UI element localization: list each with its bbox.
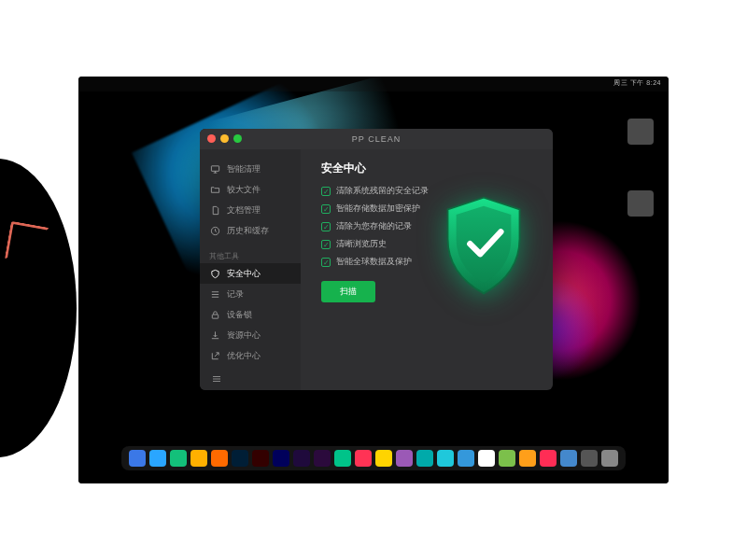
minimize-icon[interactable] [220, 134, 229, 143]
dock-app-icon[interactable] [396, 450, 413, 467]
dock-app-icon[interactable] [601, 450, 618, 467]
desktop-folder-icon[interactable] [627, 190, 654, 217]
sidebar-item-resources[interactable]: 资源中心 [200, 325, 301, 345]
sidebar-item-label: 历史和缓存 [227, 227, 269, 235]
sidebar-item-history[interactable]: 历史和缓存 [200, 220, 301, 241]
dock-app-icon[interactable] [519, 450, 536, 467]
dock-app-icon[interactable] [149, 450, 166, 467]
monitor-screen: 周三 下午 8:24 PP CLEAN 智能清理 较大文件 [78, 77, 669, 483]
sidebar-item-device-lock[interactable]: 设备锁 [200, 304, 301, 325]
sidebar-item-label: 优化中心 [227, 352, 261, 360]
dock-app-icon[interactable] [355, 450, 372, 467]
sidebar-item-optimize[interactable]: 优化中心 [200, 345, 301, 366]
sidebar-heading-tools: 其他工具 [200, 248, 301, 263]
svg-rect-2 [212, 315, 218, 318]
menu-icon [211, 373, 222, 385]
app-window: PP CLEAN 智能清理 较大文件 文档管理 历史和缓存 其他工具 [200, 129, 553, 390]
external-icon [209, 350, 220, 361]
checkbox-icon[interactable]: ✓ [321, 258, 331, 267]
menubar-clock: 周三 下午 8:24 [613, 78, 661, 88]
document-icon [209, 204, 220, 216]
dock-app-icon[interactable] [129, 450, 146, 467]
main-panel: 安全中心 ✓ 清除系统残留的安全记录 ✓ 智能存储数据加密保护 ✓ 清除为您存储… [301, 129, 553, 390]
dock-app-icon[interactable] [375, 450, 392, 467]
scan-button[interactable]: 扫描 [321, 281, 375, 302]
checkbox-icon[interactable]: ✓ [321, 222, 331, 231]
physical-object-disk [0, 159, 77, 457]
sidebar-item-security[interactable]: 安全中心 [200, 263, 301, 284]
dock-app-icon[interactable] [232, 450, 248, 467]
sidebar-item-large-files[interactable]: 较大文件 [200, 179, 301, 200]
sidebar-item-label: 智能清理 [227, 165, 261, 174]
sidebar: 智能清理 较大文件 文档管理 历史和缓存 其他工具 安全中心 [200, 129, 301, 390]
dock-app-icon[interactable] [334, 450, 351, 467]
dock-app-icon[interactable] [416, 450, 433, 467]
dock-app-icon[interactable] [293, 450, 310, 467]
dock-app-icon[interactable] [540, 450, 557, 467]
dock-app-icon[interactable] [478, 450, 495, 467]
security-option-label: 清晰浏览历史 [336, 239, 387, 250]
macos-menubar[interactable]: 周三 下午 8:24 [78, 77, 669, 91]
dock-app-icon[interactable] [581, 450, 598, 467]
dock-app-icon[interactable] [560, 450, 577, 467]
dock-app-icon[interactable] [170, 450, 187, 467]
sidebar-item-label: 设备锁 [227, 311, 252, 319]
shield-icon [209, 268, 220, 279]
checkbox-icon[interactable]: ✓ [321, 240, 331, 249]
sidebar-item-label: 文档管理 [227, 206, 261, 215]
shield-illustration [439, 194, 529, 297]
dock-app-icon[interactable] [458, 450, 474, 467]
dock-app-icon[interactable] [314, 450, 331, 467]
close-icon[interactable] [207, 134, 216, 143]
dock-app-icon[interactable] [273, 450, 289, 467]
sidebar-item-smart-clean[interactable]: 智能清理 [200, 159, 301, 179]
window-traffic-lights[interactable] [207, 134, 242, 143]
sidebar-item-records[interactable]: 记录 [200, 284, 301, 304]
folder-icon [209, 184, 220, 195]
sidebar-item-documents[interactable]: 文档管理 [200, 200, 301, 220]
desktop-folder-icon[interactable] [627, 119, 654, 145]
security-option-label: 智能全球数据及保护 [336, 257, 412, 268]
dock-app-icon[interactable] [437, 450, 454, 467]
security-option-label: 智能存储数据加密保护 [336, 203, 420, 215]
sidebar-item-label: 安全中心 [227, 270, 261, 278]
page-title: 安全中心 [321, 161, 536, 176]
sidebar-item-label: 资源中心 [227, 331, 261, 340]
download-icon [209, 329, 220, 341]
svg-rect-0 [211, 165, 218, 171]
lock-icon [209, 309, 220, 320]
dock-app-icon[interactable] [499, 450, 515, 467]
monitor-icon [209, 163, 220, 175]
security-option-label: 清除系统残留的安全记录 [336, 186, 429, 197]
dock-app-icon[interactable] [190, 450, 207, 467]
sidebar-menu-button[interactable] [200, 366, 301, 394]
sidebar-item-label: 记录 [227, 290, 244, 299]
history-icon [209, 225, 220, 236]
macos-dock[interactable] [121, 446, 626, 470]
checkbox-icon[interactable]: ✓ [321, 204, 331, 214]
sidebar-item-label: 较大文件 [227, 186, 261, 194]
dock-app-icon[interactable] [211, 450, 228, 467]
list-icon [209, 288, 220, 300]
zoom-icon[interactable] [233, 134, 242, 143]
checkbox-icon[interactable]: ✓ [321, 187, 331, 196]
security-option-label: 清除为您存储的记录 [336, 221, 412, 232]
dock-app-icon[interactable] [252, 450, 269, 467]
